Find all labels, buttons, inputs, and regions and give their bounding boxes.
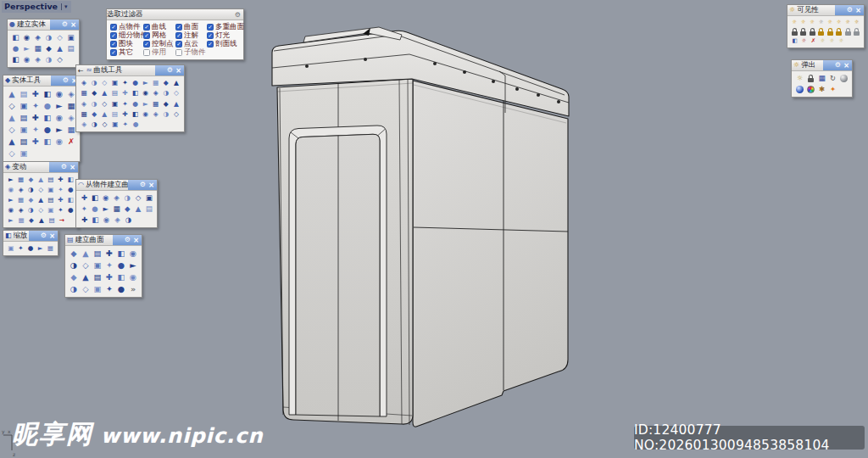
checkbox-checked-icon[interactable]: ✓ bbox=[143, 41, 150, 47]
sphere-gray-icon[interactable] bbox=[838, 73, 849, 84]
rhino-viewport[interactable]: Perspective ▾ ●建立实体⚙×◧◉◈◑◇▣●►▦◆▲▤◧◉◈◑◇◆实… bbox=[0, 0, 868, 458]
tool-icon[interactable]: ◑ bbox=[122, 193, 133, 204]
tool-icon[interactable]: ▦ bbox=[79, 109, 89, 120]
bulb-icon[interactable]: ☼ bbox=[808, 18, 817, 27]
tool-icon[interactable]: ✚ bbox=[30, 136, 42, 148]
bulb-icon[interactable]: ☼ bbox=[835, 18, 844, 27]
filter-item-停用[interactable]: 停用 bbox=[143, 47, 175, 58]
tool-icon[interactable]: ● bbox=[115, 283, 127, 295]
tool-icon[interactable]: ◈ bbox=[79, 98, 89, 109]
tool-icon[interactable]: ◆ bbox=[68, 248, 80, 260]
tool-icon[interactable]: ▤ bbox=[18, 88, 30, 100]
close-icon[interactable]: × bbox=[133, 237, 139, 244]
tool-icon[interactable]: ✦ bbox=[103, 283, 115, 295]
tool-icon[interactable]: ● bbox=[10, 43, 21, 54]
tool-icon[interactable]: ◧ bbox=[65, 195, 75, 205]
tool-icon[interactable]: ◆ bbox=[68, 271, 80, 283]
tool-icon[interactable]: ◇ bbox=[54, 54, 65, 65]
tool-icon[interactable]: ✚ bbox=[30, 112, 42, 124]
tool-icon[interactable]: ◈ bbox=[32, 32, 43, 43]
gear-icon[interactable]: ⚙ bbox=[140, 182, 146, 188]
tool-icon[interactable]: ▣ bbox=[18, 124, 30, 136]
tool-icon[interactable]: ● bbox=[130, 78, 140, 88]
close-icon[interactable]: × bbox=[148, 182, 154, 189]
tool-icon[interactable]: ◧ bbox=[10, 32, 21, 43]
tool-icon[interactable]: ◆ bbox=[89, 109, 99, 120]
tool-icon[interactable]: ◉ bbox=[6, 205, 16, 215]
checkbox-checked-icon[interactable]: ✓ bbox=[143, 24, 150, 31]
tool-icon[interactable]: ▤ bbox=[46, 195, 56, 205]
tool-icon[interactable]: ◈ bbox=[16, 185, 26, 195]
tool-icon[interactable]: ▲ bbox=[6, 88, 18, 100]
rotate-icon[interactable]: ↻ bbox=[827, 73, 838, 84]
gear-icon[interactable]: ⚙ bbox=[61, 164, 67, 170]
gear-icon[interactable]: ⚙ bbox=[62, 21, 68, 28]
gear-icon[interactable]: ⚙ bbox=[167, 67, 173, 74]
tool-icon[interactable]: ▣ bbox=[143, 193, 154, 204]
lock-dark-icon[interactable] bbox=[790, 27, 799, 36]
tool-icon[interactable]: ▤ bbox=[47, 215, 57, 226]
filter-item-剖面线[interactable]: ✓剖面线 bbox=[207, 39, 244, 49]
bulb-icon[interactable]: ☼ bbox=[790, 18, 799, 27]
tool-icon[interactable]: » bbox=[127, 283, 139, 295]
lock-gray-icon[interactable] bbox=[853, 27, 862, 36]
tool-icon[interactable]: ✚ bbox=[56, 175, 66, 185]
tool-icon[interactable]: ◆ bbox=[43, 43, 54, 54]
lock-gray-icon[interactable] bbox=[843, 27, 853, 36]
tool-icon[interactable]: ◉ bbox=[141, 88, 151, 98]
tool-icon[interactable]: ▦ bbox=[16, 195, 26, 205]
tool-icon[interactable]: ◉ bbox=[141, 109, 151, 120]
tool-icon[interactable]: ▤ bbox=[65, 43, 76, 54]
tool-icon[interactable]: ◉ bbox=[127, 248, 139, 260]
tool-icon[interactable]: ◧ bbox=[115, 271, 127, 283]
tool-icon[interactable]: ▤ bbox=[46, 175, 56, 185]
tool-icon[interactable]: ▤ bbox=[92, 271, 103, 283]
tool-icon[interactable]: ◈ bbox=[151, 88, 161, 98]
tool-icon[interactable]: ▣ bbox=[18, 148, 30, 159]
tool-icon[interactable]: ▦ bbox=[151, 98, 161, 109]
checkbox-checked-icon[interactable]: ✓ bbox=[110, 49, 117, 56]
tool-icon[interactable]: ◇ bbox=[54, 32, 65, 43]
tool-icon[interactable]: ✦ bbox=[30, 124, 42, 136]
tool-icon[interactable]: ◉ bbox=[21, 32, 32, 43]
tool-icon[interactable]: ● bbox=[115, 260, 127, 271]
checkbox-checked-icon[interactable]: ✓ bbox=[175, 24, 182, 31]
tool-icon[interactable]: ◇ bbox=[133, 193, 144, 204]
tool-icon[interactable]: ◉ bbox=[53, 136, 65, 148]
lock-dark-icon[interactable] bbox=[808, 27, 817, 36]
lock-goldopen-icon[interactable] bbox=[835, 27, 844, 36]
tool-icon[interactable]: ● bbox=[131, 120, 141, 130]
gear-icon[interactable]: ⚙ bbox=[125, 237, 131, 243]
bulb-pale-icon[interactable]: ☼ bbox=[827, 36, 837, 46]
tool-icon[interactable]: ◆ bbox=[26, 215, 36, 226]
paw-icon[interactable]: ✱ bbox=[816, 84, 827, 95]
tool-icon[interactable]: ✦ bbox=[120, 78, 130, 88]
gear-icon[interactable]: ⚙ bbox=[41, 232, 47, 239]
tool-icon[interactable]: ▲ bbox=[6, 136, 18, 148]
tool-icon[interactable]: ◈ bbox=[32, 54, 43, 65]
tool-icon[interactable]: ◇ bbox=[6, 148, 18, 159]
tool-icon[interactable]: ◧ bbox=[90, 215, 101, 226]
tool-icon[interactable]: ◧ bbox=[42, 136, 53, 148]
tool-icon[interactable]: ◆ bbox=[89, 88, 99, 98]
tool-icon[interactable]: ◑ bbox=[25, 185, 36, 195]
checkbox-checked-icon[interactable]: ✓ bbox=[175, 41, 182, 47]
bulb-doc-icon[interactable]: ☼ bbox=[853, 18, 862, 27]
lock-dark-icon[interactable] bbox=[805, 73, 816, 84]
tool-icon[interactable]: ◑ bbox=[161, 88, 171, 98]
tool-icon[interactable]: ◆ bbox=[161, 78, 171, 88]
back-arrow-icon[interactable]: ← bbox=[78, 67, 84, 75]
tool-icon[interactable]: ▦ bbox=[111, 204, 122, 215]
checkbox-checked-icon[interactable]: ✓ bbox=[207, 41, 214, 47]
swap-blue-icon[interactable]: ◧ bbox=[790, 36, 799, 46]
tool-icon[interactable]: ✚ bbox=[120, 109, 130, 120]
close-icon[interactable]: × bbox=[175, 67, 181, 75]
tool-icon[interactable]: ◈ bbox=[111, 193, 122, 204]
tool-icon[interactable]: ● bbox=[25, 243, 36, 254]
tool-icon[interactable]: ◆ bbox=[122, 204, 133, 215]
tool-icon[interactable]: ▲ bbox=[171, 78, 181, 88]
tool-icon[interactable]: ◉ bbox=[127, 271, 139, 283]
tool-icon[interactable]: ◑ bbox=[68, 260, 80, 271]
tool-icon[interactable]: ▣ bbox=[109, 78, 120, 88]
wheel-icon[interactable] bbox=[805, 84, 816, 95]
